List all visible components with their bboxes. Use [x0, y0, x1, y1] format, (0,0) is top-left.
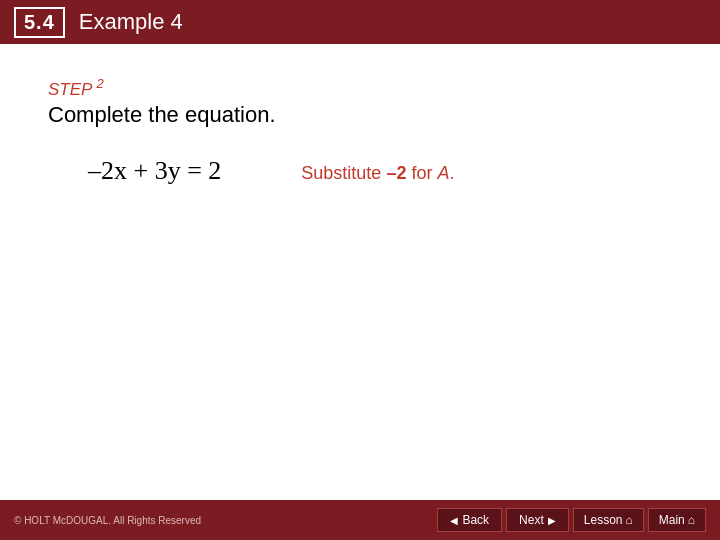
- page-title: Example 4: [79, 9, 183, 35]
- header-bar: 5.4 Example 4: [0, 0, 720, 44]
- step-description: Complete the equation.: [48, 102, 672, 128]
- equation-row: –2x + 3y = 2 Substitute –2 for A.: [88, 156, 672, 186]
- back-arrow-icon: ◀: [450, 515, 458, 526]
- next-arrow-icon: ▶: [548, 515, 556, 526]
- section-badge: 5.4: [14, 7, 65, 38]
- equation: –2x + 3y = 2: [88, 156, 221, 186]
- next-button[interactable]: Next ▶: [506, 508, 569, 532]
- back-button[interactable]: ◀ Back: [437, 508, 502, 532]
- step-label: STEP 2: [48, 76, 672, 100]
- main-button[interactable]: Main ⌂: [648, 508, 706, 532]
- main-home-icon: ⌂: [688, 513, 695, 527]
- footer-navigation: ◀ Back Next ▶ Lesson ⌂ Main ⌂: [437, 508, 706, 532]
- footer-bar: © HOLT McDOUGAL. All Rights Reserved ◀ B…: [0, 500, 720, 540]
- lesson-button[interactable]: Lesson ⌂: [573, 508, 644, 532]
- substitute-instruction: Substitute –2 for A.: [301, 163, 454, 184]
- main-content: STEP 2 Complete the equation. –2x + 3y =…: [0, 44, 720, 206]
- copyright-text: © HOLT McDOUGAL. All Rights Reserved: [14, 515, 201, 526]
- lesson-home-icon: ⌂: [625, 513, 632, 527]
